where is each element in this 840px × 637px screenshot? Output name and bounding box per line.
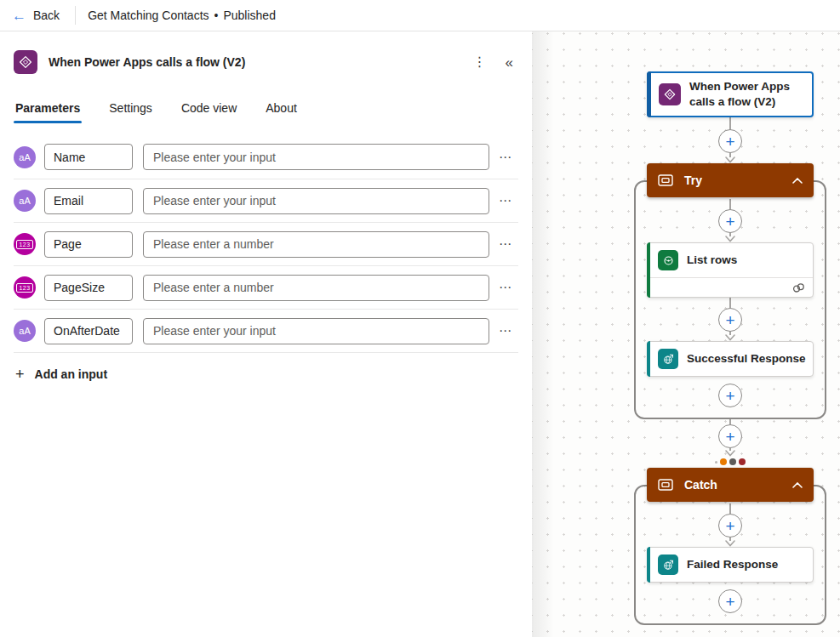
run-after-dot-gray — [729, 458, 736, 465]
card-main: Successful Response — [648, 342, 813, 376]
parameter-row-page: 123 ⋯ — [14, 222, 518, 265]
trigger-config-panel: When Power Apps calls a flow (V2) ⋮ « Pa… — [0, 31, 532, 637]
add-input-label: Add an input — [35, 367, 108, 381]
row-more-icon[interactable]: ⋯ — [493, 236, 518, 252]
param-value-input[interactable] — [143, 231, 489, 258]
row-more-icon[interactable]: ⋯ — [493, 323, 518, 338]
insert-step-button[interactable]: + — [718, 589, 742, 613]
back-arrow-icon: ← — [12, 9, 26, 23]
action-label: Failed Response — [687, 557, 778, 572]
connector: + — [718, 298, 742, 341]
bullet-separator: • — [214, 9, 219, 22]
panel-title: When Power Apps calls a flow (V2) — [49, 55, 245, 69]
top-bar: ← Back Get Matching Contacts • Published — [0, 0, 840, 31]
flow-title: Get Matching Contacts • Published — [88, 9, 276, 22]
tab-code-view[interactable]: Code view — [180, 101, 238, 123]
response-icon — [658, 555, 678, 575]
insert-step-button[interactable]: + — [718, 209, 742, 233]
catch-scope-header[interactable]: Catch — [647, 468, 814, 502]
flow-column: When Power Apps calls a flow (V2) + — [634, 71, 826, 637]
param-value-input[interactable] — [143, 188, 489, 214]
collapse-scope-icon[interactable] — [792, 178, 803, 184]
insert-step-button[interactable]: + — [718, 424, 742, 448]
more-menu-icon[interactable]: ⋮ — [473, 55, 487, 69]
scope-icon — [658, 174, 673, 186]
trigger-label: When Power Apps calls a flow (V2) — [689, 79, 803, 110]
power-apps-icon — [14, 50, 37, 74]
plus-icon: + — [15, 367, 25, 382]
flow-designer: ← Back Get Matching Contacts • Published… — [0, 0, 840, 637]
scope-label: Try — [684, 173, 702, 187]
catch-scope: Catch + — [634, 468, 826, 625]
scope-icon — [658, 479, 673, 491]
add-input-button[interactable]: + Add an input — [14, 367, 107, 382]
trigger-node[interactable]: When Power Apps calls a flow (V2) — [647, 71, 814, 117]
panel-header: When Power Apps calls a flow (V2) ⋮ « — [14, 50, 518, 74]
connector: + — [718, 117, 742, 163]
flow-name: Get Matching Contacts — [88, 9, 209, 22]
arrow-down-icon — [724, 540, 736, 547]
param-name-input[interactable] — [44, 275, 133, 301]
number-badge: 123 — [16, 240, 32, 249]
collapse-panel-icon[interactable]: « — [506, 55, 513, 70]
action-list-rows[interactable]: List rows — [647, 242, 814, 298]
number-badge: 123 — [16, 283, 32, 293]
topbar-divider — [75, 6, 76, 25]
number-type-icon: 123 — [14, 233, 36, 255]
flow-status: Published — [223, 9, 276, 22]
row-more-icon[interactable]: ⋯ — [493, 193, 518, 208]
response-icon — [658, 349, 678, 369]
run-after-dot-orange — [720, 458, 727, 465]
parameter-list: aA ⋯ aA ⋯ 123 ⋯ 123 — [14, 135, 518, 353]
scope-label: Catch — [684, 478, 717, 492]
run-after-dot-red — [739, 458, 746, 465]
parameter-row-pagesize: 123 ⋯ — [14, 265, 518, 309]
action-label: List rows — [687, 253, 737, 268]
insert-step-button[interactable]: + — [718, 514, 742, 537]
card-main: List rows — [648, 243, 813, 277]
param-value-input[interactable] — [143, 275, 489, 301]
row-more-icon[interactable]: ⋯ — [493, 150, 518, 165]
tab-about[interactable]: About — [264, 101, 299, 123]
parameter-row-name: aA ⋯ — [14, 135, 518, 179]
link-icon[interactable] — [791, 282, 806, 293]
insert-step-button[interactable]: + — [718, 384, 742, 407]
action-successful-response[interactable]: Successful Response — [647, 341, 814, 377]
arrow-down-icon — [724, 236, 736, 242]
try-scope: Try + — [634, 163, 826, 419]
power-apps-icon — [659, 83, 681, 105]
connector: + — [718, 503, 742, 547]
param-name-input[interactable] — [44, 318, 133, 344]
arrow-down-icon — [724, 450, 736, 457]
parameter-row-email: aA ⋯ — [14, 179, 518, 222]
text-type-icon: aA — [14, 320, 36, 342]
parameter-row-onafterdate: aA ⋯ — [14, 309, 518, 352]
card-footer — [648, 277, 813, 297]
back-button[interactable]: ← Back — [0, 0, 75, 31]
tab-parameters[interactable]: Parameters — [14, 101, 82, 123]
text-type-icon: aA — [14, 190, 36, 212]
dataverse-icon — [658, 250, 678, 270]
row-more-icon[interactable]: ⋯ — [493, 280, 518, 295]
arrow-down-icon — [724, 156, 736, 163]
action-failed-response[interactable]: Failed Response — [647, 547, 814, 583]
try-scope-body: + — [634, 180, 826, 419]
catch-scope-body: + — [634, 485, 826, 625]
param-name-input[interactable] — [44, 231, 133, 258]
param-name-input[interactable] — [44, 144, 133, 170]
param-name-input[interactable] — [44, 188, 133, 214]
panel-header-actions: ⋮ « — [473, 55, 518, 70]
tab-settings[interactable]: Settings — [107, 101, 154, 123]
connector-run-after: + — [715, 419, 746, 468]
try-scope-header[interactable]: Try — [647, 163, 814, 197]
panel-tabs: Parameters Settings Code view About — [14, 101, 518, 123]
collapse-scope-icon[interactable] — [792, 482, 803, 488]
run-after-status-dots — [715, 458, 746, 465]
insert-step-button[interactable]: + — [718, 308, 742, 332]
param-value-input[interactable] — [143, 144, 489, 170]
text-type-icon: aA — [14, 146, 36, 168]
flow-canvas[interactable]: When Power Apps calls a flow (V2) + — [532, 31, 840, 637]
insert-step-button[interactable]: + — [718, 129, 742, 153]
dot — [715, 461, 717, 464]
param-value-input[interactable] — [143, 318, 489, 344]
